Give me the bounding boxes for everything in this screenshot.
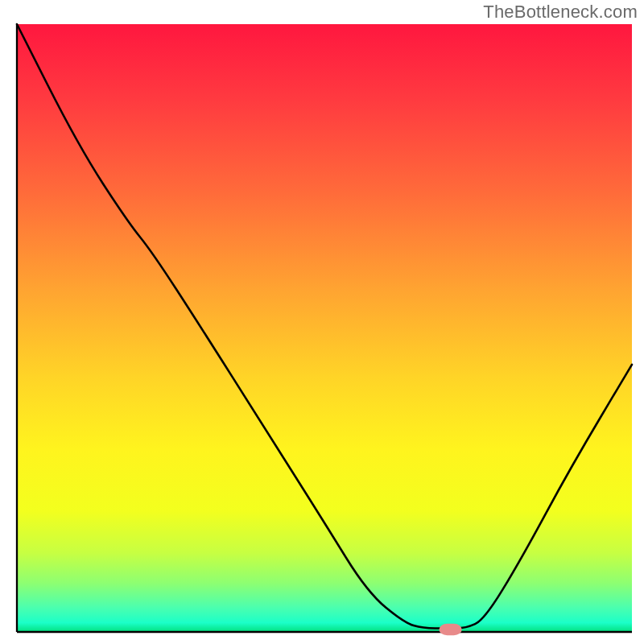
chart-svg	[0, 0, 644, 644]
watermark-text: TheBottleneck.com	[483, 2, 638, 23]
chart-container: TheBottleneck.com	[0, 0, 644, 644]
chart-background	[17, 24, 632, 632]
chart-pill-marker	[439, 624, 461, 635]
